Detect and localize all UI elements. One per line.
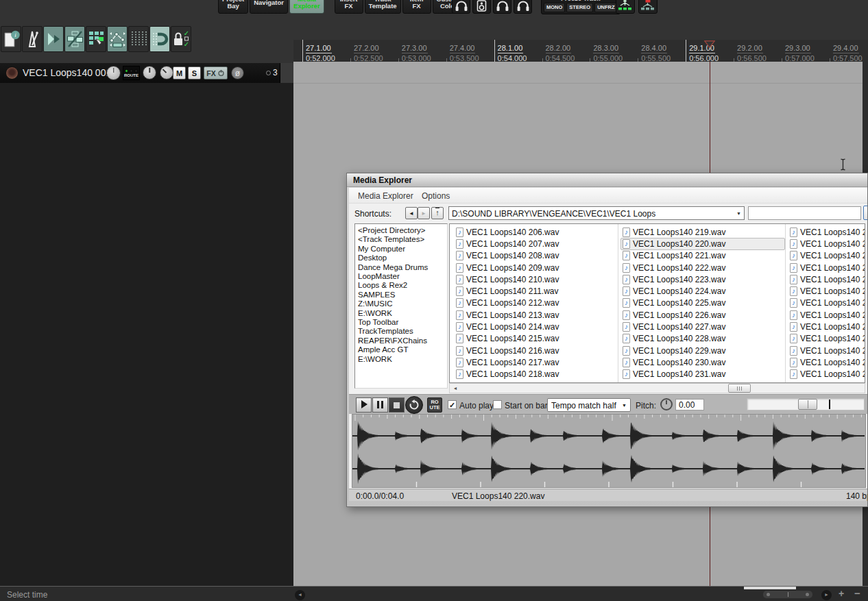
file-item[interactable]: ♪VEC1 Loops140 236.wav bbox=[788, 273, 865, 285]
phase-button[interactable]: ø bbox=[231, 66, 244, 79]
repeat-button[interactable] bbox=[405, 396, 423, 414]
file-item[interactable]: ♪VEC1 Loops140 224.wav bbox=[620, 285, 785, 297]
file-item[interactable]: ♪VEC1 Loops140 225.wav bbox=[620, 297, 785, 309]
file-item[interactable]: ♪VEC1 Loops140 240.wav bbox=[788, 321, 865, 332]
shortcut-item[interactable]: Ample Acc GT bbox=[355, 345, 447, 354]
file-item[interactable]: ♪VEC1 Loops140 235.wav bbox=[788, 262, 865, 273]
zoom-in-button[interactable]: + bbox=[839, 588, 844, 599]
file-item[interactable]: ♪VEC1 Loops140 208.wav bbox=[454, 250, 618, 262]
shortcut-item[interactable]: E:\WORK bbox=[355, 309, 447, 318]
file-item[interactable]: ♪VEC1 Loops140 228.wav bbox=[620, 333, 785, 345]
shortcut-item[interactable]: <Project Directory> bbox=[355, 226, 447, 235]
path-combobox[interactable]: D:\SOUND LIBRARY\VENGEANCE\VEC1\VEC1 Loo… bbox=[448, 206, 745, 220]
track-volume-knob[interactable] bbox=[106, 66, 121, 80]
speaker-cab-button-1[interactable] bbox=[472, 0, 491, 14]
scroll-left-button[interactable]: ◄ bbox=[450, 384, 460, 392]
menu-options[interactable]: Options bbox=[422, 191, 450, 201]
hscroll-thumb[interactable] bbox=[728, 384, 751, 393]
shortcut-item[interactable]: Top Toolbar bbox=[355, 318, 447, 327]
freeze-mono-button[interactable]: MONO bbox=[544, 3, 565, 12]
toolbar-button-project-bay[interactable]: Project Bay bbox=[218, 0, 248, 14]
shortcut-item[interactable]: Loops & Rex2 bbox=[355, 281, 447, 290]
file-item[interactable]: ♪VEC1 Loops140 214.wav bbox=[454, 321, 618, 332]
shortcut-item[interactable]: E:\WORK bbox=[355, 355, 447, 364]
headphones-button-2[interactable] bbox=[493, 0, 511, 14]
file-item[interactable]: ♪VEC1 Loops140 223.wav bbox=[620, 273, 785, 285]
file-item[interactable]: ♪VEC1 Loops140 206.wav bbox=[454, 226, 618, 238]
toolbar-button-item-fx[interactable]: Item FX bbox=[402, 0, 431, 14]
file-item[interactable]: ♪VEC1 Loops140 216.wav bbox=[454, 345, 618, 356]
file-item[interactable]: ♪VEC1 Loops140 244.wav bbox=[788, 369, 865, 380]
file-item[interactable]: ♪VEC1 Loops140 234.wav bbox=[788, 250, 865, 262]
pitch-input[interactable] bbox=[675, 399, 704, 410]
playhead-marker[interactable] bbox=[704, 40, 715, 48]
file-item[interactable]: ♪VEC1 Loops140 239.wav bbox=[788, 309, 865, 321]
file-item[interactable]: ♪VEC1 Loops140 229.wav bbox=[620, 345, 785, 356]
file-item[interactable]: ♪VEC1 Loops140 237.wav bbox=[788, 285, 865, 297]
file-item[interactable]: ♪VEC1 Loops140 213.wav bbox=[454, 309, 618, 321]
scroll-right-button[interactable]: ► bbox=[821, 590, 832, 600]
freeze-unfrz-button[interactable]: UNFRZ bbox=[594, 3, 617, 12]
file-item[interactable]: ♪VEC1 Loops140 212.wav bbox=[454, 297, 618, 309]
ungroup-items-button[interactable] bbox=[64, 26, 85, 52]
toolbar-button-navigator[interactable]: Navigator bbox=[250, 0, 288, 14]
sends-meter-green-button[interactable] bbox=[616, 0, 635, 14]
sends-meter-red-button[interactable] bbox=[638, 0, 658, 14]
filter-input[interactable] bbox=[748, 206, 861, 220]
file-item[interactable]: ♪VEC1 Loops140 219.wav bbox=[620, 226, 785, 238]
envelope-points-button[interactable] bbox=[107, 26, 128, 52]
file-item[interactable]: ♪VEC1 Loops140 211.wav bbox=[454, 285, 618, 297]
shortcut-item[interactable]: <Track Templates> bbox=[355, 235, 447, 244]
route-toggle-button[interactable]: RO UTE bbox=[427, 397, 442, 413]
file-item[interactable]: ♪VEC1 Loops140 209.wav bbox=[454, 262, 618, 273]
auto-play-checkbox[interactable]: ✓ bbox=[448, 400, 457, 409]
pause-button[interactable] bbox=[372, 397, 388, 413]
file-item[interactable]: ♪VEC1 Loops140 220.wav bbox=[620, 238, 785, 249]
grid-select-button[interactable] bbox=[86, 26, 106, 52]
shortcut-item[interactable]: Z:\MUSIC bbox=[355, 299, 447, 308]
play-button[interactable] bbox=[356, 397, 372, 413]
metronome-button[interactable] bbox=[22, 26, 43, 52]
list-button[interactable]: L bbox=[863, 206, 867, 220]
file-item[interactable]: ♪VEC1 Loops140 217.wav bbox=[454, 356, 618, 368]
back-button[interactable]: ◄ bbox=[405, 207, 418, 219]
panel-resize-strip[interactable] bbox=[280, 63, 293, 83]
file-item[interactable]: ♪VEC1 Loops140 230.wav bbox=[620, 356, 785, 368]
file-item[interactable]: ♪VEC1 Loops140 207.wav bbox=[454, 238, 618, 249]
shortcut-item[interactable]: Desktop bbox=[355, 254, 447, 262]
file-item[interactable]: ♪VEC1 Loops140 226.wav bbox=[620, 309, 785, 321]
waveform-preview[interactable] bbox=[352, 414, 866, 488]
zoom-out-button[interactable]: − bbox=[854, 587, 860, 599]
toolbar-button-insert-fx[interactable]: Insert FX bbox=[335, 0, 363, 14]
track-route-button[interactable]: ROUTE bbox=[123, 66, 140, 80]
mute-button[interactable]: M bbox=[173, 66, 186, 79]
tempo-match-dropdown[interactable]: Tempo match half ▼ bbox=[547, 398, 631, 412]
file-item[interactable]: ♪VEC1 Loops140 238.wav bbox=[788, 297, 865, 309]
toolbar-button-media-explorer[interactable]: Media Explorer bbox=[289, 0, 324, 14]
headphones-button-0[interactable] bbox=[452, 0, 470, 14]
file-item[interactable]: ♪VEC1 Loops140 233.wav bbox=[788, 238, 865, 249]
file-list-hscrollbar[interactable]: ◄ bbox=[449, 383, 865, 393]
solo-button[interactable]: S bbox=[188, 66, 201, 79]
snap-magnet-button[interactable] bbox=[149, 26, 170, 52]
file-item[interactable]: ♪VEC1 Loops140 215.wav bbox=[454, 333, 618, 345]
file-item[interactable]: ♪VEC1 Loops140 243.wav bbox=[788, 356, 865, 368]
power-icon[interactable] bbox=[217, 69, 225, 77]
shortcut-item[interactable]: My Computer bbox=[355, 245, 447, 254]
media-explorer-titlebar[interactable]: Media Explorer bbox=[347, 173, 867, 187]
scroll-left-button[interactable]: ◄ bbox=[295, 590, 305, 600]
pan-knob[interactable] bbox=[143, 66, 156, 79]
file-item[interactable]: ♪VEC1 Loops140 222.wav bbox=[620, 262, 785, 273]
record-arm-button[interactable] bbox=[5, 66, 19, 79]
preview-volume-slider[interactable] bbox=[747, 398, 865, 410]
shortcut-item[interactable]: LoopMaster bbox=[355, 272, 447, 281]
width-knob[interactable] bbox=[160, 66, 173, 79]
track-name[interactable]: VEC1 Loops140 001 bbox=[23, 67, 111, 78]
shortcut-item[interactable]: Dance Mega Drums bbox=[355, 263, 447, 272]
pitch-knob[interactable] bbox=[660, 398, 673, 410]
grid-lines-button[interactable] bbox=[128, 26, 149, 52]
up-button[interactable]: ↑ bbox=[431, 207, 444, 219]
headphones-button-3[interactable] bbox=[514, 0, 532, 14]
toolbar-button-track-template[interactable]: Track Template bbox=[365, 0, 401, 14]
shortcut-item[interactable]: SAMPLES bbox=[355, 291, 447, 299]
